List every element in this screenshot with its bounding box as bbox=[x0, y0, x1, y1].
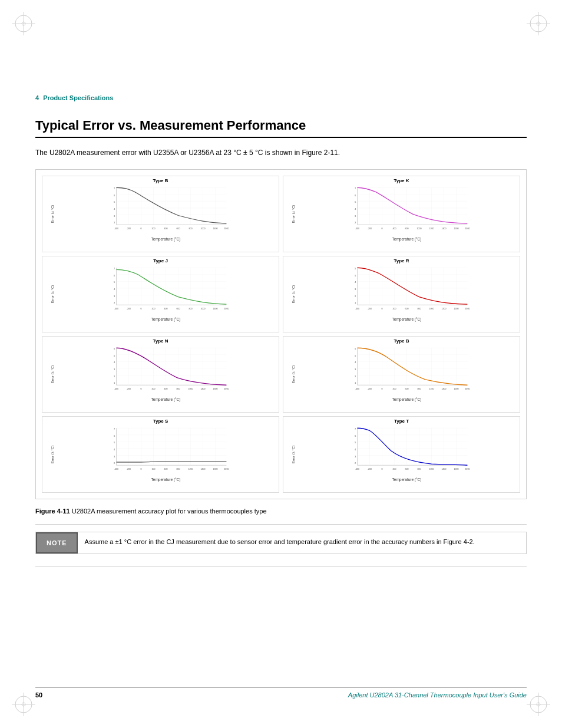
svg-text:400: 400 bbox=[164, 228, 167, 230]
x-label-4: Temperature (°C) bbox=[297, 317, 516, 321]
chart-title-8: Type T bbox=[283, 419, 520, 424]
svg-text:600: 600 bbox=[405, 468, 408, 470]
svg-text:2000: 2000 bbox=[465, 388, 470, 390]
svg-text:4: 4 bbox=[114, 361, 115, 364]
svg-text:5: 5 bbox=[114, 354, 115, 357]
svg-text:800: 800 bbox=[189, 308, 192, 310]
chart-area-8: Error (± °C) bbox=[283, 425, 520, 484]
svg-text:3: 3 bbox=[114, 368, 115, 371]
svg-text:1400: 1400 bbox=[441, 228, 446, 230]
svg-text:3: 3 bbox=[355, 288, 356, 291]
svg-text:0: 0 bbox=[381, 388, 382, 390]
svg-text:3: 3 bbox=[355, 455, 356, 458]
chart-type-j-left: Type J Error (± °C) bbox=[42, 256, 279, 332]
svg-text:7: 7 bbox=[355, 187, 356, 190]
svg-text:1400: 1400 bbox=[200, 468, 205, 470]
page-footer: 50 Agilent U2802A 31-Channel Thermocoupl… bbox=[35, 687, 527, 699]
svg-text:6: 6 bbox=[114, 274, 115, 277]
svg-text:-400: -400 bbox=[355, 228, 359, 230]
y-label-7: Error (± °C) bbox=[51, 446, 54, 464]
svg-text:2000: 2000 bbox=[224, 468, 229, 470]
svg-text:-200: -200 bbox=[127, 228, 131, 230]
chart-title-1: Type B bbox=[42, 178, 279, 183]
svg-text:600: 600 bbox=[176, 308, 180, 310]
svg-text:-400: -400 bbox=[355, 308, 359, 310]
chart-area-6: Error (± °C) bbox=[283, 345, 520, 404]
chart-svg-1: 7 6 5 4 3 2 -400 -200 0 200 bbox=[57, 185, 275, 234]
chart-area-4: Error (± °C) bbox=[283, 265, 520, 324]
svg-text:3: 3 bbox=[114, 215, 115, 218]
svg-text:0: 0 bbox=[140, 468, 141, 470]
x-label-5: Temperature (°C) bbox=[57, 397, 275, 401]
corner-mark-bl bbox=[12, 693, 35, 716]
y-label-3: Error (± °C) bbox=[51, 285, 54, 304]
svg-text:5: 5 bbox=[355, 348, 356, 351]
chart-svg-8: 7 6 5 4 3 2 -400 -200 0 200 60 bbox=[297, 425, 516, 475]
svg-text:7: 7 bbox=[114, 428, 115, 431]
svg-text:5: 5 bbox=[355, 354, 356, 357]
chart-type-b-left: Type B Error (± °C) bbox=[42, 176, 279, 252]
svg-text:2: 2 bbox=[114, 375, 115, 378]
svg-text:800: 800 bbox=[417, 388, 421, 390]
chart-type-t-right: Type T Error (± °C) bbox=[283, 416, 520, 493]
svg-text:2: 2 bbox=[355, 462, 356, 465]
y-label-1: Error (± °C) bbox=[51, 205, 54, 223]
svg-text:-200: -200 bbox=[368, 228, 372, 230]
chart-title-5: Type N bbox=[42, 338, 279, 344]
svg-text:800: 800 bbox=[176, 388, 180, 390]
note-box: NOTE Assume a ±1 °C error in the CJ meas… bbox=[35, 532, 527, 554]
chart-type-b2-right: Type B Error (± °C) bbox=[283, 336, 520, 413]
svg-text:1400: 1400 bbox=[441, 388, 446, 390]
svg-text:2000: 2000 bbox=[465, 468, 470, 470]
chart-svg-4: 5 5 4 3 2 1 -400 -200 0 200 60 bbox=[297, 265, 516, 314]
svg-text:1900: 1900 bbox=[454, 388, 458, 390]
svg-text:1400: 1400 bbox=[441, 468, 446, 470]
svg-text:1400: 1400 bbox=[213, 228, 217, 230]
svg-text:5: 5 bbox=[355, 274, 356, 277]
svg-text:2: 2 bbox=[355, 221, 356, 224]
chart-type-k-right: Type K Error (± °C) bbox=[283, 176, 520, 252]
chart-area-7: Error (± °C) bbox=[42, 425, 279, 484]
svg-text:2000: 2000 bbox=[224, 308, 229, 310]
chart-svg-3: 7 6 5 4 3 2 -400 -200 0 200 40 bbox=[57, 265, 275, 314]
svg-text:200: 200 bbox=[392, 308, 396, 310]
footer-page-num: 50 bbox=[35, 691, 42, 699]
svg-text:2: 2 bbox=[114, 221, 115, 224]
chapter-num: 4 bbox=[35, 94, 39, 101]
svg-text:1200: 1200 bbox=[188, 468, 193, 470]
svg-text:3: 3 bbox=[355, 215, 356, 218]
svg-text:600: 600 bbox=[176, 228, 180, 230]
svg-text:200: 200 bbox=[151, 388, 155, 390]
chart-svg-5: 6 5 4 3 2 1 -400 -200 0 200 40 bbox=[57, 345, 275, 394]
svg-text:-400: -400 bbox=[114, 308, 118, 310]
svg-text:5: 5 bbox=[114, 201, 115, 204]
chapter-label: 4 Product Specifications bbox=[35, 94, 527, 101]
svg-text:4: 4 bbox=[114, 448, 115, 451]
section-title: Typical Error vs. Measurement Performanc… bbox=[35, 118, 527, 138]
chart-svg-6: 5 5 4 3 2 1 -400 -200 0 200 60 bbox=[297, 345, 516, 394]
figure-caption-label: Figure 4-11 bbox=[35, 508, 70, 515]
svg-text:1800: 1800 bbox=[213, 468, 217, 470]
svg-text:600: 600 bbox=[405, 308, 408, 310]
svg-text:4: 4 bbox=[355, 207, 356, 210]
figure-caption: Figure 4-11 U2802A measurement accuracy … bbox=[35, 508, 527, 515]
divider bbox=[35, 524, 527, 525]
svg-text:4: 4 bbox=[114, 207, 115, 210]
svg-text:2: 2 bbox=[114, 301, 115, 304]
svg-text:4: 4 bbox=[114, 288, 115, 291]
corner-mark-tl bbox=[12, 12, 35, 35]
svg-text:-200: -200 bbox=[127, 308, 131, 310]
svg-text:1200: 1200 bbox=[429, 228, 434, 230]
page-header: 4 Product Specifications bbox=[35, 94, 527, 113]
svg-text:7: 7 bbox=[355, 428, 356, 431]
chart-area-2: Error (± °C) bbox=[283, 185, 520, 243]
svg-text:100: 100 bbox=[151, 468, 155, 470]
svg-text:4: 4 bbox=[355, 361, 356, 364]
svg-text:-400: -400 bbox=[355, 468, 359, 470]
x-label-1: Temperature (°C) bbox=[57, 237, 275, 241]
chart-area-3: Error (± °C) bbox=[42, 265, 279, 324]
svg-text:2000: 2000 bbox=[465, 308, 470, 310]
svg-text:2000: 2000 bbox=[224, 388, 229, 390]
svg-text:7: 7 bbox=[114, 187, 115, 190]
chart-type-n-left: Type N Error (± °C) bbox=[42, 336, 279, 413]
